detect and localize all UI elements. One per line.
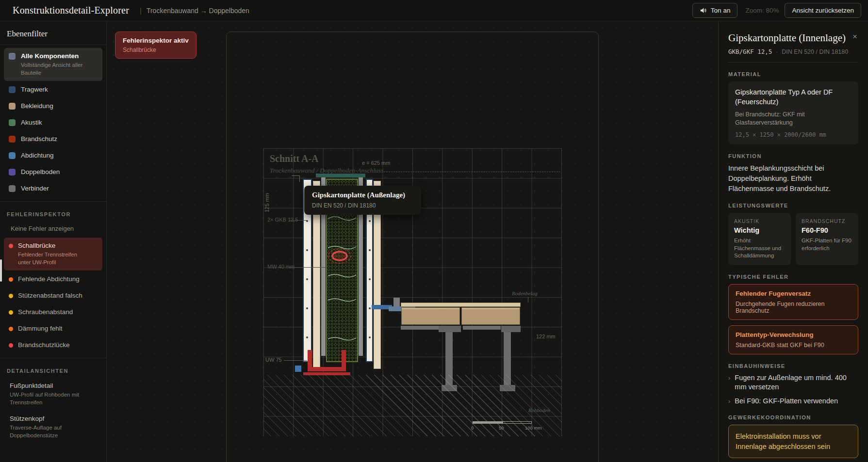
error-marker-ellipse[interactable]	[326, 244, 354, 268]
dimension-tick	[292, 175, 300, 176]
hint-text: Fugen zur Außenlage um mind. 400 mm vers…	[735, 373, 855, 392]
layer-item-abdichtung[interactable]: Abdichtung	[4, 147, 102, 163]
gkb-layers-label: 2× GKB 12,5	[267, 217, 298, 223]
breadcrumb: Trockenbauwand → Doppelboden	[147, 7, 249, 15]
fault-desc: Standard-GKB statt GKF bei F90	[736, 342, 851, 349]
funktion-text: Innere Beplankungsschicht bei Doppelbepl…	[728, 163, 858, 194]
error-inspector-heading: FEHLERINSPEKTOR	[0, 205, 106, 221]
detail-sublabel: UW-Profil auf Rohboden mit Trennstreifen	[10, 391, 82, 406]
material-heading: MATERIAL	[728, 71, 858, 77]
fault-desc: Durchgehende Fugen reduzieren Brandschut…	[736, 301, 851, 314]
raw-floor-hatch	[263, 375, 562, 436]
traverse-bar-left[interactable]	[401, 326, 442, 330]
component-detail-panel: Gipskartonplatte (Innenlage) × GKB/GKF 1…	[718, 21, 868, 462]
error-label: Stützenabstand falsch	[18, 292, 82, 299]
error-item-schallbruecke[interactable]: Schallbrücke Fehlender Trennstreifen unt…	[4, 238, 102, 271]
performance-label: AKUSTIK	[734, 218, 785, 224]
drawing-frame: Schnitt A-A Trockenbauwand / Doppelboden…	[226, 32, 599, 462]
detail-views-heading: DETAILANSICHTEN	[0, 361, 106, 378]
screw-dot	[306, 307, 308, 309]
raw-floor-label: Rohboden	[528, 407, 550, 413]
layer-label: Akustik	[21, 119, 42, 126]
layer-item-akustik[interactable]: Akustik	[4, 114, 102, 130]
pedestal-head-right[interactable]	[501, 326, 521, 332]
fault-card-plattentyp: Plattentyp-Verwechslung Standard-GKB sta…	[728, 325, 858, 354]
uw-base-profile-web[interactable]	[308, 367, 346, 371]
error-dot	[9, 310, 13, 315]
error-dot	[9, 327, 13, 331]
screw-dot	[369, 336, 371, 338]
sound-toggle-label: Ton an	[711, 7, 731, 14]
layer-swatch	[9, 185, 16, 192]
layer-label: Doppelboden	[21, 168, 60, 175]
layer-item-brandschutz[interactable]: Brandschutz	[4, 131, 102, 147]
detail-label: Fußpunktdetail	[10, 382, 99, 389]
error-dot	[9, 277, 13, 282]
material-dimensions: 12,5 × 1250 × 2000/2600 mm	[735, 131, 852, 138]
scale-bar-outline	[503, 421, 532, 424]
install-hint: › Fugen zur Außenlage um mind. 400 mm ve…	[728, 373, 858, 392]
performance-desc: Erhöht Flächenmasse und Schalldämmung	[734, 237, 785, 260]
detail-item-stuetzenkopf[interactable]: Stützenkopf Traverse-Auflage auf Doppelb…	[0, 411, 106, 444]
traverse-bar-right[interactable]	[463, 326, 501, 330]
error-item-fehlende-abdichtung[interactable]: Fehlende Abdichtung	[4, 271, 102, 287]
coordination-note: Elektroinstallation muss vor Innenlage a…	[736, 431, 851, 451]
screw-dot	[369, 307, 371, 309]
error-item-stuetzenabstand[interactable]: Stützenabstand falsch	[4, 287, 102, 303]
floor-panel-right[interactable]	[461, 307, 520, 325]
connector-block[interactable]	[393, 298, 400, 307]
layer-label: Tragwerk	[21, 86, 48, 93]
uw-top-profile[interactable]	[316, 174, 365, 177]
scale-zero-label: 0	[471, 425, 474, 430]
floor-covering[interactable]	[401, 303, 521, 307]
error-sublabel: Fehlender Trennstreifen unter UW-Profil	[18, 251, 83, 266]
error-item-brandschutzluecke[interactable]: Brandschutzlücke	[4, 337, 102, 353]
component-code: GKB/GKF 12,5	[728, 48, 772, 55]
layer-item-tragwerk[interactable]: Tragwerk	[4, 81, 102, 97]
detail-item-fusspunktdetail[interactable]: Fußpunktdetail UW-Profil auf Rohboden mi…	[0, 378, 106, 411]
layer-item-doppelboden[interactable]: Doppelboden	[4, 164, 102, 180]
fehler-heading: TYPISCHE FEHLER	[728, 274, 858, 280]
tooltip-subtitle: DIN EN 520 / DIN 18180	[312, 202, 413, 209]
close-icon[interactable]: ×	[852, 32, 858, 42]
einbau-heading: EINBAUHINWEISE	[728, 363, 858, 369]
leader-line	[528, 297, 528, 303]
performance-label: BRANDSCHUTZ	[802, 218, 852, 224]
axis-dash-line	[384, 172, 560, 172]
layer-item-verbinder[interactable]: Verbinder	[4, 180, 102, 196]
sound-toggle-button[interactable]: Ton an	[692, 3, 738, 18]
error-label: Schraubenabstand	[18, 308, 73, 316]
error-label: Dämmung fehlt	[18, 325, 63, 332]
floor-panel-left[interactable]	[401, 307, 460, 325]
fault-title: Plattentyp-Verwechslung	[736, 331, 851, 338]
divider	[0, 201, 106, 202]
section-title: Schnitt A-A	[270, 153, 319, 164]
error-item-daemmung-fehlt[interactable]: Dämmung fehlt	[4, 320, 102, 336]
layer-label: Verbinder	[21, 185, 49, 192]
sidebar-scroll-indicator[interactable]	[0, 259, 2, 282]
coordination-card: Elektroinstallation muss vor Innenlage a…	[728, 425, 858, 458]
detail-sublabel: Traverse-Auflage auf Doppelbodenstütze	[10, 424, 82, 439]
top-bar: Konstruktionsdetail-Explorer | Trockenba…	[0, 0, 868, 21]
fault-title: Fehlender Fugenversatz	[736, 290, 851, 297]
screw-dot	[369, 220, 371, 222]
sealing-tape-patch[interactable]	[295, 366, 301, 372]
pedestal-head-left[interactable]	[439, 326, 461, 332]
divider	[0, 358, 106, 358]
performance-value: F60-F90	[802, 226, 852, 234]
layer-label: Abdichtung	[21, 152, 54, 159]
leader-line	[290, 220, 307, 221]
layer-item-alle-komponenten[interactable]: Alle Komponenten Vollständige Ansicht al…	[4, 48, 102, 81]
detail-label: Stützenkopf	[10, 415, 99, 422]
error-inspector-active-badge: Fehlerinspektor aktiv Schallbrücke	[115, 32, 197, 59]
performance-desc: GKF-Platten für F90 erforderlich	[802, 237, 852, 252]
drawing-viewport[interactable]: Fehlerinspektor aktiv Schallbrücke Schni…	[107, 21, 718, 462]
sidebar: Ebenenfilter Alle Komponenten Vollständi…	[0, 21, 107, 462]
scale-hundred-label: 100 mm	[525, 425, 541, 430]
leader-line	[284, 360, 307, 361]
layer-item-bekleidung[interactable]: Bekleidung	[4, 98, 102, 114]
error-item-schraubenabstand[interactable]: Schraubenabstand	[4, 304, 102, 320]
layer-swatch	[9, 136, 16, 143]
no-errors-item[interactable]: Keine Fehler anzeigen	[0, 221, 106, 237]
reset-view-button[interactable]: Ansicht zurücksetzen	[785, 3, 861, 18]
